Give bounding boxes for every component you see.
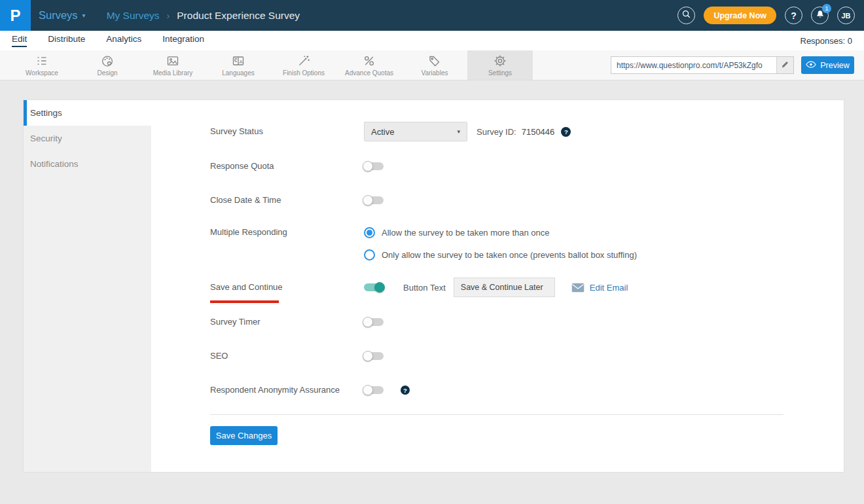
anonymity-help-icon[interactable]: ? xyxy=(401,386,410,395)
save-and-continue-toggle[interactable] xyxy=(364,283,384,291)
radio-option-label: Allow the survey to be taken more than o… xyxy=(382,228,550,238)
chevron-down-icon: ▾ xyxy=(457,128,460,135)
topbar: P Surveys ▾ My Surveys › Product Experie… xyxy=(0,0,864,31)
search-icon xyxy=(681,9,691,22)
toolbar-item-label: Finish Options xyxy=(283,69,325,77)
search-button[interactable] xyxy=(677,7,695,24)
button-text-label: Button Text xyxy=(403,283,446,293)
sidebar-item-notifications[interactable]: Notifications xyxy=(24,151,151,177)
radio-selected-icon[interactable] xyxy=(364,227,375,238)
breadcrumb-chevron-icon: › xyxy=(167,10,170,21)
email-envelope-icon xyxy=(571,283,585,293)
product-menu-label: Surveys xyxy=(39,9,78,22)
svg-text:A: A xyxy=(240,58,243,64)
sidebar-item-label: Settings xyxy=(30,108,62,118)
palette-icon xyxy=(100,54,115,67)
survey-url-box xyxy=(611,56,794,74)
button-text-input[interactable] xyxy=(454,278,555,297)
toolbar-item-settings[interactable]: Settings xyxy=(467,50,533,80)
edit-toolbar: Workspace Design Media Library A Languag… xyxy=(0,50,864,81)
survey-timer-label: Survey Timer xyxy=(210,316,364,328)
upgrade-now-button[interactable]: Upgrade Now xyxy=(704,7,776,24)
workspace-list-icon xyxy=(35,54,49,67)
anonymity-toggle[interactable] xyxy=(364,386,384,394)
question-mark-icon: ? xyxy=(791,10,797,21)
survey-status-row: Survey Status Active ▾ Survey ID: 715044… xyxy=(210,122,783,141)
multiple-responding-options: Allow the survey to be taken more than o… xyxy=(364,225,637,262)
breadcrumb-my-surveys[interactable]: My Surveys xyxy=(107,10,160,22)
toolbar-item-advance-quotas[interactable]: Advance Quotas xyxy=(336,50,402,80)
preview-label: Preview xyxy=(820,61,849,70)
toolbar-item-label: Variables xyxy=(422,69,448,77)
response-quota-toggle[interactable] xyxy=(364,162,384,170)
help-button[interactable]: ? xyxy=(785,7,802,24)
anonymity-row: Respondent Anonymity Assurance ? xyxy=(210,381,783,399)
survey-status-select[interactable]: Active ▾ xyxy=(364,122,467,141)
survey-url-input[interactable] xyxy=(611,57,776,73)
survey-timer-row: Survey Timer xyxy=(210,313,783,331)
questionpro-logo[interactable]: P xyxy=(0,0,31,31)
sidebar-item-label: Notifications xyxy=(30,159,79,169)
survey-id-value: 7150446 xyxy=(522,127,555,137)
notifications-button[interactable]: 1 xyxy=(811,7,829,24)
toggle-knob xyxy=(363,317,373,327)
sidebar-item-label: Security xyxy=(30,134,62,143)
seo-row: SEO xyxy=(210,347,783,365)
toolbar-item-label: Advance Quotas xyxy=(345,69,393,77)
nav-tab-distribute[interactable]: Distribute xyxy=(48,34,85,47)
toolbar-item-variables[interactable]: Variables xyxy=(402,50,467,80)
settings-sidebar: Settings Security Notifications xyxy=(24,100,151,472)
breadcrumb: My Surveys › Product Experience Survey xyxy=(107,10,300,22)
red-highlight-underline xyxy=(210,300,279,303)
save-and-continue-label: Save and Continue xyxy=(210,281,364,293)
close-date-row: Close Date & Time xyxy=(210,191,783,209)
save-changes-button[interactable]: Save Changes xyxy=(210,426,278,445)
sidebar-item-security[interactable]: Security xyxy=(24,126,151,151)
sidebar-item-settings[interactable]: Settings xyxy=(24,100,151,126)
settings-form: Survey Status Active ▾ Survey ID: 715044… xyxy=(151,100,844,472)
logo-letter: P xyxy=(10,7,20,25)
response-quota-label: Response Quota xyxy=(210,160,364,172)
responses-count: Responses: 0 xyxy=(801,36,853,46)
save-and-continue-row: Save and Continue Button Text Edit Email xyxy=(210,278,783,297)
gear-icon xyxy=(493,54,507,67)
radio-unselected-icon[interactable] xyxy=(364,249,375,261)
toggle-knob xyxy=(363,195,373,206)
multiple-responding-row: Multiple Responding Allow the survey to … xyxy=(210,225,783,262)
toolbar-item-label: Settings xyxy=(488,69,512,77)
image-icon xyxy=(166,54,180,67)
nav-tab-analytics[interactable]: Analytics xyxy=(106,34,141,47)
radio-option-allow-multiple[interactable]: Allow the survey to be taken more than o… xyxy=(364,225,637,240)
survey-status-label: Survey Status xyxy=(210,126,364,137)
notification-badge: 1 xyxy=(822,4,831,13)
close-date-toggle[interactable] xyxy=(364,196,384,204)
preview-button[interactable]: Preview xyxy=(801,56,854,74)
toolbar-item-languages[interactable]: A Languages xyxy=(206,50,271,80)
seo-toggle[interactable] xyxy=(364,352,384,360)
survey-timer-toggle[interactable] xyxy=(364,318,384,326)
breadcrumb-current-survey: Product Experience Survey xyxy=(177,10,300,22)
toggle-knob xyxy=(363,385,373,395)
tag-icon xyxy=(427,54,442,67)
toolbar-item-label: Media Library xyxy=(153,69,193,77)
translate-icon: A xyxy=(231,54,245,67)
edit-email-link[interactable]: Edit Email xyxy=(590,283,628,293)
toolbar-item-design[interactable]: Design xyxy=(75,50,140,80)
avatar[interactable]: JB xyxy=(837,7,855,24)
nav-tab-edit[interactable]: Edit xyxy=(12,34,27,47)
surveys-product-menu[interactable]: Surveys ▾ xyxy=(39,9,86,22)
toolbar-item-media-library[interactable]: Media Library xyxy=(140,50,206,80)
percent-quota-icon xyxy=(362,54,376,67)
edit-url-button[interactable] xyxy=(776,57,793,73)
radio-option-only-once[interactable]: Only allow the survey to be taken once (… xyxy=(364,247,637,262)
toggle-knob xyxy=(374,282,385,293)
nav-tab-integration[interactable]: Integration xyxy=(162,34,204,47)
toolbar-item-finish-options[interactable]: Finish Options xyxy=(271,50,336,80)
toolbar-item-workspace[interactable]: Workspace xyxy=(9,50,75,80)
survey-id-help-icon[interactable]: ? xyxy=(561,127,571,137)
survey-nav: Edit Distribute Analytics Integration Re… xyxy=(0,31,864,50)
survey-id-label: Survey ID: xyxy=(477,127,516,137)
save-and-continue-label-text: Save and Continue xyxy=(210,282,283,292)
toolbar-item-label: Languages xyxy=(222,69,255,77)
avatar-initials: JB xyxy=(841,12,850,20)
